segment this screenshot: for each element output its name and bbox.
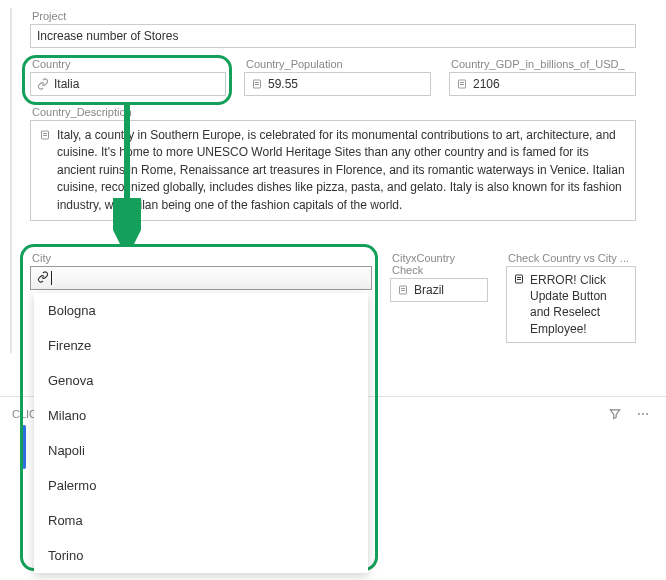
project-value: Increase number of Stores xyxy=(37,29,629,43)
text-cursor xyxy=(51,271,52,285)
gdp-value: 2106 xyxy=(473,77,629,91)
svg-point-17 xyxy=(646,413,648,415)
cityxcountry-input[interactable]: Brazil xyxy=(390,278,488,302)
country-row: Country Italia Country_Population 59.55 … xyxy=(30,58,636,106)
city-option[interactable]: Genova xyxy=(34,363,368,398)
more-icon[interactable] xyxy=(632,403,654,425)
city-dropdown: Bologna Firenze Genova Milano Napoli Pal… xyxy=(34,293,368,573)
city-option[interactable]: Firenze xyxy=(34,328,368,363)
svg-point-16 xyxy=(642,413,644,415)
gdp-input[interactable]: 2106 xyxy=(449,72,636,96)
population-input[interactable]: 59.55 xyxy=(244,72,431,96)
project-field: Project Increase number of Stores xyxy=(30,10,636,48)
population-field: Country_Population 59.55 xyxy=(244,58,431,96)
check-box[interactable]: ERROR! Click Update Button and Reselect … xyxy=(506,266,636,343)
link-icon xyxy=(37,78,49,90)
country-value: Italia xyxy=(54,77,219,91)
city-option[interactable]: Milano xyxy=(34,398,368,433)
document-icon xyxy=(456,78,468,90)
document-icon xyxy=(397,284,409,296)
check-field: Check Country vs City ... ERROR! Click U… xyxy=(506,252,636,343)
description-box[interactable]: Italy, a country in Southern Europe, is … xyxy=(30,120,636,221)
document-icon xyxy=(251,78,263,90)
population-label: Country_Population xyxy=(244,58,431,70)
city-input[interactable] xyxy=(30,266,372,290)
accent-bar xyxy=(10,8,12,353)
document-icon xyxy=(513,273,525,285)
country-label: Country xyxy=(30,58,226,70)
population-value: 59.55 xyxy=(268,77,424,91)
description-label: Country_Description xyxy=(30,106,636,118)
form-panel: Project Increase number of Stores Countr… xyxy=(0,0,666,221)
check-label: Check Country vs City ... xyxy=(506,252,636,264)
gdp-label: Country_GDP_in_billions_of_USD_ xyxy=(449,58,636,70)
city-option[interactable]: Napoli xyxy=(34,433,368,468)
description-value: Italy, a country in Southern Europe, is … xyxy=(57,127,627,214)
gdp-field: Country_GDP_in_billions_of_USD_ 2106 xyxy=(449,58,636,96)
city-label: City xyxy=(30,252,372,264)
document-icon xyxy=(39,129,51,141)
description-field: Country_Description Italy, a country in … xyxy=(30,106,636,221)
cityxcountry-value: Brazil xyxy=(414,283,481,297)
country-input[interactable]: Italia xyxy=(30,72,226,96)
project-label: Project xyxy=(30,10,636,22)
city-option[interactable]: Bologna xyxy=(34,293,368,328)
card-accent xyxy=(22,425,26,469)
cityxcountry-field: CityxCountry Check Brazil xyxy=(390,252,488,343)
city-option[interactable]: Palermo xyxy=(34,468,368,503)
check-value: ERROR! Click Update Button and Reselect … xyxy=(530,272,629,337)
cityxcountry-label: CityxCountry Check xyxy=(390,252,488,276)
filter-icon[interactable] xyxy=(604,403,626,425)
city-option[interactable]: Torino xyxy=(34,538,368,573)
city-option[interactable]: Roma xyxy=(34,503,368,538)
country-field: Country Italia xyxy=(30,58,226,96)
link-icon xyxy=(37,271,49,286)
project-input[interactable]: Increase number of Stores xyxy=(30,24,636,48)
svg-point-15 xyxy=(638,413,640,415)
